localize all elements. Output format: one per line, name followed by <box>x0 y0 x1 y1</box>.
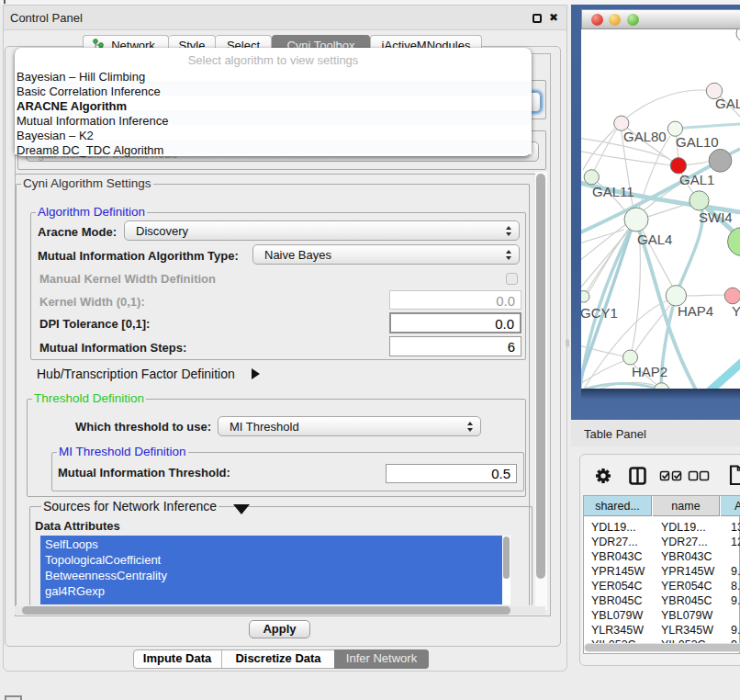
svg-text:GAL: GAL <box>715 96 740 111</box>
svg-text:SWI4: SWI4 <box>699 209 733 225</box>
svg-text:GAL11: GAL11 <box>592 184 634 199</box>
svg-text:GAL80: GAL80 <box>623 129 667 144</box>
svg-text:GAL4: GAL4 <box>637 231 672 247</box>
svg-text:HAP4: HAP4 <box>678 303 713 319</box>
svg-text:GAL10: GAL10 <box>676 134 719 150</box>
svg-text:Y: Y <box>732 303 740 319</box>
svg-text:GCY1: GCY1 <box>581 305 618 321</box>
svg-text:HAP2: HAP2 <box>632 364 667 379</box>
svg-text:GAL1: GAL1 <box>679 172 714 187</box>
